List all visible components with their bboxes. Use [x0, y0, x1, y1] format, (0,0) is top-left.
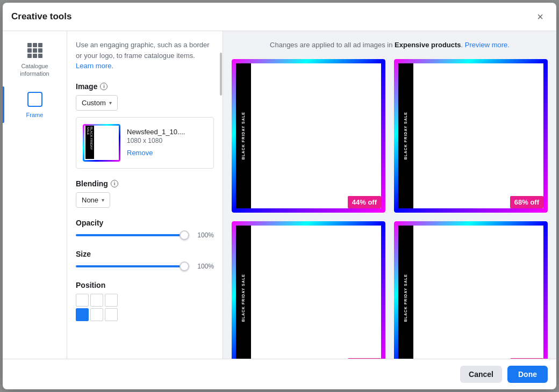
banner-text-4: BLACK FRIDAY SALE [404, 274, 408, 322]
sidebar-item-frame-label: Frame [26, 111, 44, 119]
preview-grid: BLACK FRIDAY SALE [232, 59, 548, 359]
banner-text-2: BLACK FRIDAY SALE [404, 112, 408, 159]
done-button[interactable]: Done [507, 366, 548, 383]
black-friday-banner-1: BLACK FRIDAY SALE [236, 63, 251, 208]
sidebar-item-catalogue-information[interactable]: Catalogue information [3, 38, 67, 82]
preview-card-2: BLACK FRIDAY SALE 68% off [394, 59, 548, 213]
black-friday-banner-3: BLACK FRIDAY SALE [236, 226, 251, 359]
position-cell-br[interactable] [105, 308, 118, 321]
discount-badge-2: 68% off [510, 196, 543, 208]
svg-point-1 [335, 142, 345, 147]
preview-notice: Changes are applied to all ad images in … [232, 40, 548, 50]
size-section: Size 100% [76, 250, 214, 270]
close-button[interactable]: × [533, 9, 548, 24]
sidebar-item-frame[interactable]: Frame [3, 86, 67, 123]
blending-dropdown[interactable]: None ▾ [76, 192, 110, 208]
learn-more-link[interactable]: Learn more. [76, 62, 113, 70]
blending-section: Blending i None ▾ [76, 179, 214, 208]
remove-link[interactable]: Remove [127, 149, 153, 157]
image-dropdown[interactable]: Custom ▾ [76, 95, 118, 111]
card-inner-1 [232, 59, 385, 213]
blending-info-icon[interactable]: i [111, 180, 118, 187]
scroll-thumb[interactable] [220, 53, 222, 96]
grid-icon [26, 42, 44, 59]
discount-badge-3: 65% off [348, 358, 381, 359]
shoe-image-3 [251, 266, 367, 330]
sidebar-item-label: Catalogue information [9, 62, 60, 78]
discount-badge-1: 44% off [348, 196, 381, 208]
black-friday-banner-2: BLACK FRIDAY SALE [398, 63, 413, 208]
svg-point-16 [498, 304, 510, 310]
thumb-banner: BLACK FRIDAY SALE [85, 126, 94, 159]
opacity-section: Opacity 100% [76, 219, 214, 239]
opacity-slider[interactable] [76, 234, 189, 236]
size-slider-wrap: 100% [76, 263, 214, 270]
opacity-value: 100% [195, 231, 214, 239]
preview-filename: Newsfeed_1_10.... [127, 128, 207, 136]
modal-title: Creative tools [11, 11, 71, 22]
card-inner-2 [394, 59, 548, 213]
size-label: Size [76, 250, 214, 258]
sidebar: Catalogue information Frame [3, 31, 67, 359]
scroll-track [219, 31, 223, 359]
modal-header: Creative tools × [3, 3, 556, 31]
position-cell-tl[interactable] [76, 294, 89, 307]
position-cell-bc[interactable] [90, 308, 103, 321]
preview-dimensions: 1080 x 1080 [127, 137, 207, 144]
shoe-image-1 [251, 107, 367, 164]
modal-footer: Cancel Done [3, 359, 556, 389]
chevron-down-icon-blend: ▾ [102, 197, 104, 203]
banner-text-1: BLACK FRIDAY SALE [241, 112, 246, 159]
preview-area: Changes are applied to all ad images in … [223, 31, 556, 359]
black-friday-banner-4: BLACK FRIDAY SALE [398, 226, 413, 359]
preview-thumbnail: BLACK FRIDAY SALE [83, 124, 120, 162]
position-grid [76, 294, 214, 321]
image-info-icon[interactable]: i [100, 83, 108, 90]
modal: Creative tools × Catalogue information [3, 3, 556, 389]
cancel-button[interactable]: Cancel [460, 366, 502, 383]
shoe-image-4 [413, 266, 529, 330]
blending-label: Blending i [76, 179, 214, 188]
position-label: Position [76, 281, 214, 289]
position-section: Position [76, 281, 214, 321]
preview-info: Newsfeed_1_10.... 1080 x 1080 Remove [127, 128, 207, 157]
position-cell-tc[interactable] [90, 294, 103, 307]
card-inner-4 [394, 221, 548, 359]
position-cell-bl[interactable] [76, 308, 89, 321]
preview-card-4: BLACK FRIDAY SALE [394, 221, 548, 359]
panel-description: Use an engaging graphic, such as a borde… [76, 40, 214, 71]
discount-badge-4: 44% off [510, 358, 543, 359]
preview-more-link[interactable]: Preview more. [465, 41, 510, 49]
preview-card-1: BLACK FRIDAY SALE [232, 59, 385, 213]
shoe-image-2 [413, 107, 529, 164]
modal-body: Catalogue information Frame Use an engag… [3, 31, 556, 359]
frame-icon [26, 91, 44, 108]
modal-overlay: Creative tools × Catalogue information [0, 0, 559, 392]
size-value: 100% [195, 263, 214, 270]
position-cell-tr[interactable] [105, 294, 118, 307]
banner-text-3: BLACK FRIDAY SALE [241, 274, 246, 322]
chevron-down-icon: ▾ [109, 100, 112, 106]
opacity-slider-wrap: 100% [76, 231, 214, 239]
preview-card-3: BLACK FRIDAY SALE [232, 221, 385, 359]
size-slider[interactable] [76, 265, 189, 267]
image-preview-box: BLACK FRIDAY SALE Newsfeed_1_10.... 1080… [76, 117, 214, 169]
card-inner-3 [232, 221, 385, 359]
image-section-label: Image i [76, 82, 214, 91]
opacity-label: Opacity [76, 219, 214, 227]
panel: Use an engaging graphic, such as a borde… [67, 31, 223, 359]
svg-point-9 [336, 304, 347, 310]
image-section: Image i Custom ▾ BLACK FRIDAY SALE [76, 82, 214, 169]
